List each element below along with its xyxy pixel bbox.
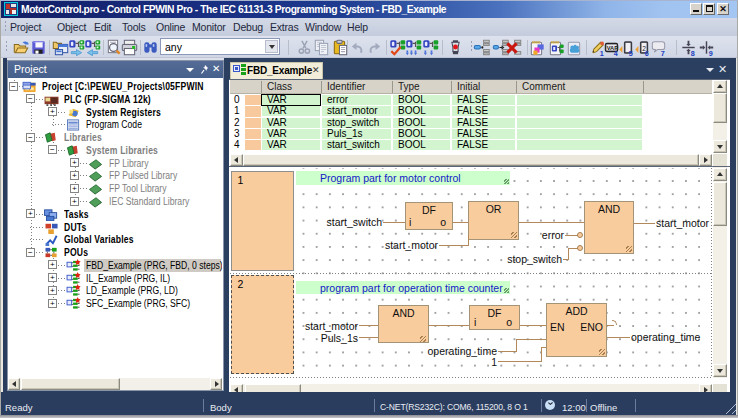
svg-text:5: 5 — [629, 49, 633, 56]
svg-text:8: 8 — [691, 49, 695, 56]
svg-text:9: 9 — [709, 49, 713, 56]
svg-text:6: 6 — [645, 49, 649, 56]
svg-text:7: 7 — [661, 49, 665, 56]
